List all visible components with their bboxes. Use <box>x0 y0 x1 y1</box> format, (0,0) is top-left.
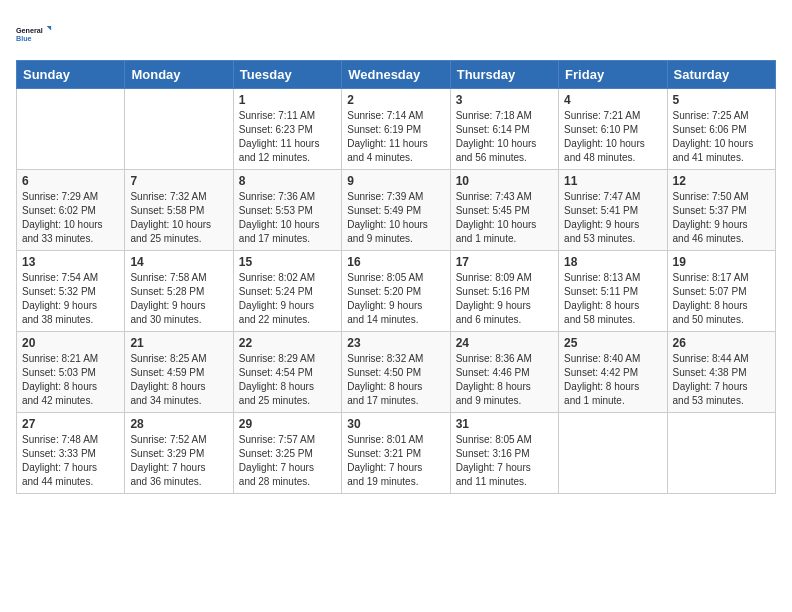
calendar-day-cell: 27Sunrise: 7:48 AM Sunset: 3:33 PM Dayli… <box>17 413 125 494</box>
day-number: 21 <box>130 336 227 350</box>
page-header: General Blue <box>16 16 776 52</box>
calendar-day-cell: 5Sunrise: 7:25 AM Sunset: 6:06 PM Daylig… <box>667 89 775 170</box>
calendar-week-row: 27Sunrise: 7:48 AM Sunset: 3:33 PM Dayli… <box>17 413 776 494</box>
day-number: 6 <box>22 174 119 188</box>
day-number: 3 <box>456 93 553 107</box>
calendar-day-cell: 4Sunrise: 7:21 AM Sunset: 6:10 PM Daylig… <box>559 89 667 170</box>
day-info: Sunrise: 7:43 AM Sunset: 5:45 PM Dayligh… <box>456 190 553 246</box>
day-of-week-header: Saturday <box>667 61 775 89</box>
day-number: 8 <box>239 174 336 188</box>
svg-text:Blue: Blue <box>16 34 32 43</box>
day-info: Sunrise: 8:32 AM Sunset: 4:50 PM Dayligh… <box>347 352 444 408</box>
calendar-day-cell: 30Sunrise: 8:01 AM Sunset: 3:21 PM Dayli… <box>342 413 450 494</box>
day-number: 26 <box>673 336 770 350</box>
calendar-day-cell: 2Sunrise: 7:14 AM Sunset: 6:19 PM Daylig… <box>342 89 450 170</box>
day-info: Sunrise: 8:02 AM Sunset: 5:24 PM Dayligh… <box>239 271 336 327</box>
day-info: Sunrise: 7:47 AM Sunset: 5:41 PM Dayligh… <box>564 190 661 246</box>
day-number: 18 <box>564 255 661 269</box>
calendar-day-cell: 7Sunrise: 7:32 AM Sunset: 5:58 PM Daylig… <box>125 170 233 251</box>
day-info: Sunrise: 8:21 AM Sunset: 5:03 PM Dayligh… <box>22 352 119 408</box>
day-info: Sunrise: 8:01 AM Sunset: 3:21 PM Dayligh… <box>347 433 444 489</box>
day-number: 20 <box>22 336 119 350</box>
calendar-week-row: 1Sunrise: 7:11 AM Sunset: 6:23 PM Daylig… <box>17 89 776 170</box>
svg-marker-2 <box>47 26 52 31</box>
day-number: 23 <box>347 336 444 350</box>
calendar-week-row: 6Sunrise: 7:29 AM Sunset: 6:02 PM Daylig… <box>17 170 776 251</box>
day-info: Sunrise: 8:17 AM Sunset: 5:07 PM Dayligh… <box>673 271 770 327</box>
day-number: 9 <box>347 174 444 188</box>
day-number: 19 <box>673 255 770 269</box>
day-number: 22 <box>239 336 336 350</box>
day-info: Sunrise: 8:09 AM Sunset: 5:16 PM Dayligh… <box>456 271 553 327</box>
day-number: 27 <box>22 417 119 431</box>
day-number: 7 <box>130 174 227 188</box>
day-info: Sunrise: 8:36 AM Sunset: 4:46 PM Dayligh… <box>456 352 553 408</box>
calendar-header-row: SundayMondayTuesdayWednesdayThursdayFrid… <box>17 61 776 89</box>
day-info: Sunrise: 7:48 AM Sunset: 3:33 PM Dayligh… <box>22 433 119 489</box>
calendar-day-cell: 18Sunrise: 8:13 AM Sunset: 5:11 PM Dayli… <box>559 251 667 332</box>
svg-text:General: General <box>16 26 43 35</box>
calendar-day-cell: 31Sunrise: 8:05 AM Sunset: 3:16 PM Dayli… <box>450 413 558 494</box>
calendar-day-cell: 24Sunrise: 8:36 AM Sunset: 4:46 PM Dayli… <box>450 332 558 413</box>
calendar-day-cell: 17Sunrise: 8:09 AM Sunset: 5:16 PM Dayli… <box>450 251 558 332</box>
calendar-day-cell: 3Sunrise: 7:18 AM Sunset: 6:14 PM Daylig… <box>450 89 558 170</box>
day-number: 1 <box>239 93 336 107</box>
calendar-day-cell: 23Sunrise: 8:32 AM Sunset: 4:50 PM Dayli… <box>342 332 450 413</box>
calendar-day-cell: 22Sunrise: 8:29 AM Sunset: 4:54 PM Dayli… <box>233 332 341 413</box>
calendar-day-cell: 13Sunrise: 7:54 AM Sunset: 5:32 PM Dayli… <box>17 251 125 332</box>
calendar-day-cell: 8Sunrise: 7:36 AM Sunset: 5:53 PM Daylig… <box>233 170 341 251</box>
day-info: Sunrise: 8:05 AM Sunset: 5:20 PM Dayligh… <box>347 271 444 327</box>
calendar-day-cell: 14Sunrise: 7:58 AM Sunset: 5:28 PM Dayli… <box>125 251 233 332</box>
day-number: 16 <box>347 255 444 269</box>
day-number: 25 <box>564 336 661 350</box>
day-of-week-header: Tuesday <box>233 61 341 89</box>
day-number: 5 <box>673 93 770 107</box>
day-info: Sunrise: 8:40 AM Sunset: 4:42 PM Dayligh… <box>564 352 661 408</box>
calendar-day-cell <box>667 413 775 494</box>
calendar-day-cell: 16Sunrise: 8:05 AM Sunset: 5:20 PM Dayli… <box>342 251 450 332</box>
calendar-week-row: 13Sunrise: 7:54 AM Sunset: 5:32 PM Dayli… <box>17 251 776 332</box>
day-info: Sunrise: 7:50 AM Sunset: 5:37 PM Dayligh… <box>673 190 770 246</box>
calendar-day-cell <box>17 89 125 170</box>
calendar-day-cell <box>559 413 667 494</box>
day-info: Sunrise: 7:11 AM Sunset: 6:23 PM Dayligh… <box>239 109 336 165</box>
day-number: 15 <box>239 255 336 269</box>
calendar-day-cell: 9Sunrise: 7:39 AM Sunset: 5:49 PM Daylig… <box>342 170 450 251</box>
day-number: 2 <box>347 93 444 107</box>
day-number: 11 <box>564 174 661 188</box>
day-info: Sunrise: 7:36 AM Sunset: 5:53 PM Dayligh… <box>239 190 336 246</box>
calendar-day-cell: 12Sunrise: 7:50 AM Sunset: 5:37 PM Dayli… <box>667 170 775 251</box>
day-number: 10 <box>456 174 553 188</box>
calendar-day-cell: 26Sunrise: 8:44 AM Sunset: 4:38 PM Dayli… <box>667 332 775 413</box>
day-of-week-header: Friday <box>559 61 667 89</box>
calendar-day-cell: 19Sunrise: 8:17 AM Sunset: 5:07 PM Dayli… <box>667 251 775 332</box>
logo: General Blue <box>16 16 52 52</box>
day-number: 13 <box>22 255 119 269</box>
day-number: 30 <box>347 417 444 431</box>
day-info: Sunrise: 8:44 AM Sunset: 4:38 PM Dayligh… <box>673 352 770 408</box>
logo-svg: General Blue <box>16 16 52 52</box>
day-number: 31 <box>456 417 553 431</box>
day-info: Sunrise: 8:05 AM Sunset: 3:16 PM Dayligh… <box>456 433 553 489</box>
calendar-day-cell: 28Sunrise: 7:52 AM Sunset: 3:29 PM Dayli… <box>125 413 233 494</box>
calendar-day-cell: 10Sunrise: 7:43 AM Sunset: 5:45 PM Dayli… <box>450 170 558 251</box>
day-of-week-header: Thursday <box>450 61 558 89</box>
calendar-day-cell <box>125 89 233 170</box>
calendar-day-cell: 11Sunrise: 7:47 AM Sunset: 5:41 PM Dayli… <box>559 170 667 251</box>
calendar-day-cell: 29Sunrise: 7:57 AM Sunset: 3:25 PM Dayli… <box>233 413 341 494</box>
calendar-day-cell: 21Sunrise: 8:25 AM Sunset: 4:59 PM Dayli… <box>125 332 233 413</box>
day-info: Sunrise: 7:25 AM Sunset: 6:06 PM Dayligh… <box>673 109 770 165</box>
day-info: Sunrise: 7:52 AM Sunset: 3:29 PM Dayligh… <box>130 433 227 489</box>
day-number: 28 <box>130 417 227 431</box>
day-info: Sunrise: 8:25 AM Sunset: 4:59 PM Dayligh… <box>130 352 227 408</box>
calendar-day-cell: 1Sunrise: 7:11 AM Sunset: 6:23 PM Daylig… <box>233 89 341 170</box>
day-number: 29 <box>239 417 336 431</box>
calendar-day-cell: 6Sunrise: 7:29 AM Sunset: 6:02 PM Daylig… <box>17 170 125 251</box>
calendar-day-cell: 25Sunrise: 8:40 AM Sunset: 4:42 PM Dayli… <box>559 332 667 413</box>
day-info: Sunrise: 7:32 AM Sunset: 5:58 PM Dayligh… <box>130 190 227 246</box>
day-info: Sunrise: 7:29 AM Sunset: 6:02 PM Dayligh… <box>22 190 119 246</box>
day-info: Sunrise: 7:21 AM Sunset: 6:10 PM Dayligh… <box>564 109 661 165</box>
day-number: 4 <box>564 93 661 107</box>
day-info: Sunrise: 7:57 AM Sunset: 3:25 PM Dayligh… <box>239 433 336 489</box>
day-info: Sunrise: 8:13 AM Sunset: 5:11 PM Dayligh… <box>564 271 661 327</box>
